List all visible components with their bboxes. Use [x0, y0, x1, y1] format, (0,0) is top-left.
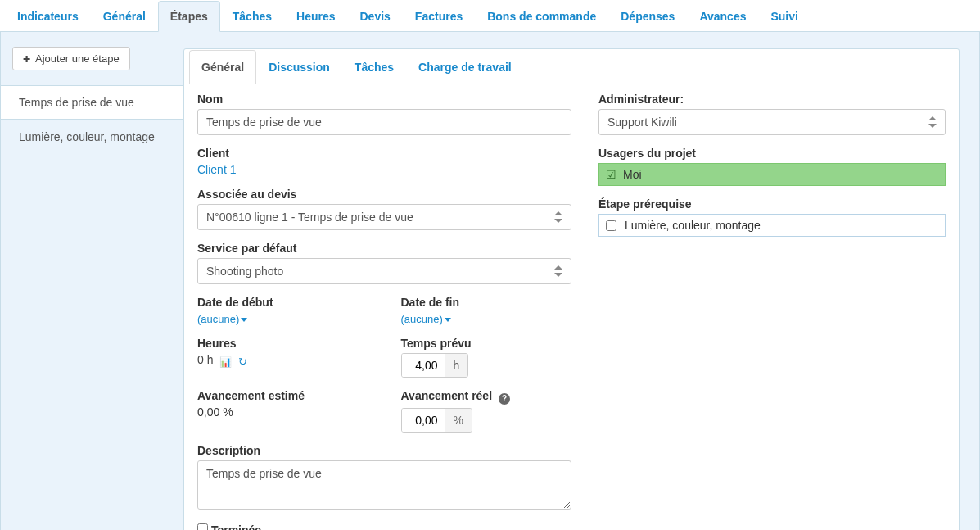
caret-down-icon	[445, 318, 451, 322]
users-label: Usagers du projet	[598, 147, 946, 160]
service-label: Service par défaut	[197, 242, 571, 255]
prereq-checkbox[interactable]	[606, 220, 616, 231]
end-date-label: Date de fin	[401, 296, 572, 309]
subtab-taches[interactable]: Tâches	[342, 50, 406, 84]
tab-etapes[interactable]: Étapes	[158, 1, 220, 32]
quote-select[interactable]: N°00610 ligne 1 - Temps de prise de vue	[197, 204, 571, 230]
step-item-1[interactable]: Lumière, couleur, montage	[1, 120, 183, 153]
admin-select[interactable]: Support Kiwili	[598, 109, 946, 135]
tab-avances[interactable]: Avances	[687, 1, 758, 32]
planned-label: Temps prévu	[401, 337, 572, 350]
prereq-item: Lumière, couleur, montage	[625, 219, 761, 232]
terminee-checkbox[interactable]	[197, 523, 208, 530]
prereq-row[interactable]: Lumière, couleur, montage	[598, 214, 946, 237]
terminee-text: Terminée	[211, 523, 261, 530]
hours-unit: h	[445, 354, 468, 377]
prereq-label: Étape prérequise	[598, 197, 946, 211]
admin-label: Administrateur:	[598, 93, 946, 106]
spinner-icon	[928, 116, 937, 128]
caret-down-icon	[241, 318, 247, 322]
spinner-icon	[554, 265, 562, 277]
hours-label: Heures	[197, 337, 368, 350]
name-label: Nom	[197, 93, 571, 106]
est-progress-label: Avancement estimé	[197, 389, 368, 402]
tab-heures[interactable]: Heures	[284, 1, 347, 32]
service-select[interactable]: Shooting photo	[197, 258, 571, 284]
real-progress-group: %	[401, 408, 472, 433]
est-progress-value: 0,00 %	[197, 405, 233, 419]
step-card: Général Discussion Tâches Charge de trav…	[183, 48, 960, 530]
description-textarea[interactable]	[197, 460, 571, 510]
step-item-label: Temps de prise de vue	[19, 96, 134, 109]
start-date-value: (aucune)	[197, 313, 239, 325]
subtab-charge[interactable]: Charge de travail	[406, 50, 524, 84]
client-link[interactable]: Client 1	[197, 163, 236, 176]
tab-bons-commande[interactable]: Bons de commande	[475, 1, 608, 32]
plus-icon	[23, 52, 35, 65]
hours-value: 0 h	[197, 353, 213, 366]
tab-factures[interactable]: Factures	[403, 1, 475, 32]
add-step-button[interactable]: Ajouter une étape	[12, 47, 130, 70]
step-item-0[interactable]: Temps de prise de vue	[1, 85, 184, 120]
tab-general[interactable]: Général	[91, 1, 158, 32]
help-icon[interactable]	[499, 393, 510, 405]
real-progress-input[interactable]	[402, 409, 445, 432]
project-user-name: Moi	[623, 168, 642, 181]
quote-value: N°00610 ligne 1 - Temps de prise de vue	[206, 211, 413, 224]
top-tabs: Indicateurs Général Étapes Tâches Heures…	[0, 0, 980, 32]
description-label: Description	[197, 444, 571, 457]
client-label: Client	[197, 147, 571, 160]
step-item-label: Lumière, couleur, montage	[19, 130, 155, 143]
end-date-value: (aucune)	[401, 313, 443, 325]
steps-sidebar: Ajouter une étape Temps de prise de vue …	[1, 32, 183, 530]
subtab-discussion[interactable]: Discussion	[256, 50, 342, 84]
start-date-picker[interactable]: (aucune)	[197, 313, 247, 325]
subtab-general[interactable]: Général	[189, 50, 256, 84]
spinner-icon	[554, 211, 562, 223]
tab-devis[interactable]: Devis	[347, 1, 402, 32]
name-input[interactable]	[197, 109, 571, 135]
sub-tabs: Général Discussion Tâches Charge de trav…	[184, 49, 959, 84]
planned-input[interactable]	[402, 354, 445, 377]
real-progress-label: Avancement réel	[401, 389, 572, 405]
planned-input-group: h	[401, 353, 469, 378]
add-step-label: Ajouter une étape	[35, 52, 120, 65]
start-date-label: Date de début	[197, 296, 368, 309]
project-user-row[interactable]: ☑ Moi	[598, 163, 946, 186]
tab-depenses[interactable]: Dépenses	[608, 1, 687, 32]
tab-indicateurs[interactable]: Indicateurs	[5, 1, 91, 32]
chart-icon[interactable]	[219, 355, 232, 368]
service-value: Shooting photo	[206, 265, 283, 278]
tab-taches[interactable]: Tâches	[220, 1, 284, 32]
percent-unit: %	[445, 409, 472, 432]
admin-value: Support Kiwili	[607, 116, 677, 129]
quote-label: Associée au devis	[197, 188, 571, 201]
end-date-picker[interactable]: (aucune)	[401, 313, 451, 325]
terminee-label[interactable]: Terminée	[197, 523, 261, 530]
refresh-icon[interactable]	[238, 355, 247, 368]
check-icon: ☑	[606, 168, 616, 181]
tab-suivi[interactable]: Suivi	[758, 1, 810, 32]
